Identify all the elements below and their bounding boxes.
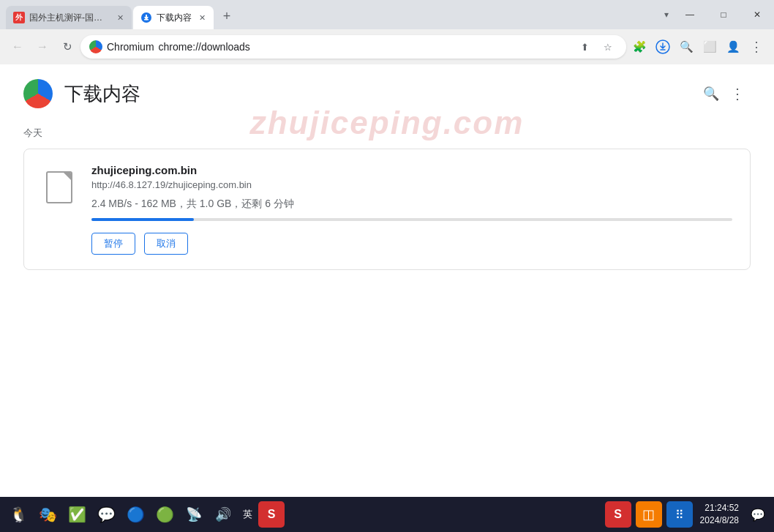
taskbar-time: 21:24:52 [700,502,739,514]
page-title: 下载内容 [64,81,140,107]
taskbar-corner-app2[interactable]: ◫ [636,501,662,528]
bookmark-icon[interactable]: ☆ [598,37,617,56]
tab-active[interactable]: 下载内容 ✕ [133,6,214,29]
taskbar-app-network[interactable]: 📡 [180,501,208,528]
tab1-favicon: 外 [13,12,25,23]
tab2-favicon [140,12,152,23]
window-controls: — □ ✕ [673,0,774,29]
file-icon [46,171,72,203]
svg-rect-3 [144,19,149,20]
language-indicator[interactable]: 英 [238,508,257,521]
taskbar-app-nvidia[interactable]: 🟢 [151,501,179,528]
maximize-button[interactable]: □ [707,0,740,29]
pause-button[interactable]: 暂停 [91,233,135,255]
back-button[interactable]: ← [6,35,29,59]
share-icon[interactable]: ⬆ [575,37,594,56]
taskbar: 🐧 🎭 ✅ 💬 🔵 🟢 📡 🔊 英 S S ◫ ⠿ 21:24:52 2024/… [0,497,774,532]
taskbar-corner-app3[interactable]: ⠿ [666,501,693,528]
download-actions: 暂停 取消 [91,233,732,255]
taskbar-corner-app1[interactable]: S [605,501,631,528]
download-filename: zhujiceping.com.bin [91,164,732,176]
header-search-button[interactable]: 🔍 [698,80,724,107]
download-icon[interactable] [651,35,675,59]
taskbar-app-wechat[interactable]: 💬 [92,501,120,528]
file-icon-wrapper [42,167,77,208]
notification-button[interactable]: 💬 [746,503,770,526]
address-url: chrome://downloads [159,41,250,53]
chromium-logo [89,40,102,53]
svg-rect-2 [146,15,147,18]
taskbar-app-2[interactable]: 🎭 [34,501,61,528]
tab2-label: 下载内容 [157,12,192,24]
split-screen-icon[interactable]: ⬜ [698,35,721,59]
address-bar[interactable]: Chromium chrome://downloads ⬆ ☆ [80,35,626,59]
progress-bar-container [91,218,732,221]
address-bar-row: ← → ↻ Chromium chrome://downloads ⬆ ☆ 🧩 [0,29,774,64]
close-button[interactable]: ✕ [740,0,774,29]
browser-window: 外 国外主机测评-国外VPS、国... ✕ 下载内容 ✕ + ▾ — □ [0,0,774,532]
tab1-close[interactable]: ✕ [114,12,126,23]
taskbar-wps-icon[interactable]: S [258,501,285,528]
download-item-card: zhujiceping.com.bin http://46.8.127.19/z… [23,149,751,270]
toolbar-icons: 🧩 🔍 ⬜ 👤 ⋮ [628,35,768,59]
tab2-close[interactable]: ✕ [196,12,208,23]
chevron-down-icon[interactable]: ▾ [660,0,673,29]
tab-inactive[interactable]: 外 国外主机测评-国外VPS、国... ✕ [6,6,132,29]
taskbar-clock[interactable]: 21:24:52 2024/8/28 [697,502,742,527]
download-info: zhujiceping.com.bin http://46.8.127.19/z… [91,164,732,255]
taskbar-app-launcher[interactable]: 🐧 [4,501,32,528]
download-url: http://46.8.127.19/zhujiceping.com.bin [91,179,732,190]
profile-icon[interactable]: 👤 [721,35,745,59]
forward-button[interactable]: → [31,35,54,59]
page-logo [23,79,53,108]
page-content: zhujiceping.com 下载内容 🔍 ⋮ 今天 [0,64,774,497]
downloads-header: 下载内容 🔍 ⋮ [0,64,774,120]
progress-bar-fill [91,218,194,221]
download-progress-text: 2.4 MB/s - 162 MB，共 1.0 GB，还剩 6 分钟 [91,198,732,211]
extensions-icon[interactable]: 🧩 [628,35,651,59]
taskbar-date: 2024/8/28 [700,514,739,527]
reload-button[interactable]: ↻ [56,35,79,59]
minimize-button[interactable]: — [673,0,707,29]
taskbar-app-3[interactable]: ✅ [63,501,91,528]
new-tab-button[interactable]: + [217,6,237,26]
tab1-label: 国外主机测评-国外VPS、国... [29,12,110,24]
search-icon[interactable]: 🔍 [675,35,698,59]
taskbar-right: S ◫ ⠿ 21:24:52 2024/8/28 💬 [605,501,770,528]
cancel-button[interactable]: 取消 [144,233,188,255]
section-today: 今天 [0,120,774,143]
section-label: 今天 [23,127,42,138]
tab-strip: 外 国外主机测评-国外VPS、国... ✕ 下载内容 ✕ + ▾ [0,0,673,29]
title-bar: 外 国外主机测评-国外VPS、国... ✕ 下载内容 ✕ + ▾ — □ [0,0,774,29]
menu-icon[interactable]: ⋮ [745,35,768,59]
header-more-button[interactable]: ⋮ [724,80,751,107]
address-brand: Chromium [107,41,154,53]
taskbar-app-bluetooth[interactable]: 🔵 [121,501,149,528]
taskbar-app-volume[interactable]: 🔊 [209,501,237,528]
